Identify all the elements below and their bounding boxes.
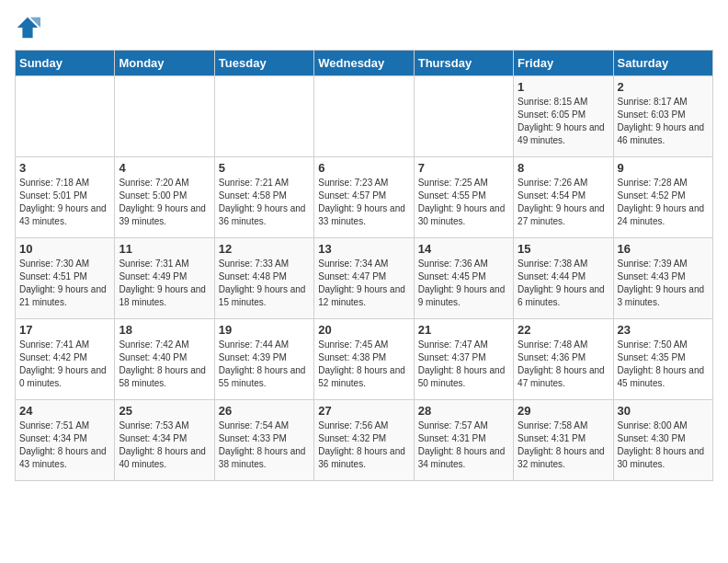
calendar-cell: 14Sunrise: 7:36 AM Sunset: 4:45 PM Dayli… xyxy=(414,238,513,319)
day-number: 19 xyxy=(219,323,310,337)
day-info: Sunrise: 7:38 AM Sunset: 4:44 PM Dayligh… xyxy=(518,258,609,309)
day-info: Sunrise: 7:58 AM Sunset: 4:31 PM Dayligh… xyxy=(518,419,609,471)
calendar-cell: 24Sunrise: 7:51 AM Sunset: 4:34 PM Dayli… xyxy=(16,400,115,481)
calendar-cell: 4Sunrise: 7:20 AM Sunset: 5:00 PM Daylig… xyxy=(115,157,214,238)
calendar-cell: 30Sunrise: 8:00 AM Sunset: 4:30 PM Dayli… xyxy=(613,400,712,481)
calendar-cell: 29Sunrise: 7:58 AM Sunset: 4:31 PM Dayli… xyxy=(514,400,613,481)
day-info: Sunrise: 7:20 AM Sunset: 5:00 PM Dayligh… xyxy=(119,177,210,228)
calendar-cell: 2Sunrise: 8:17 AM Sunset: 6:03 PM Daylig… xyxy=(613,76,712,157)
calendar-week-row: 10Sunrise: 7:30 AM Sunset: 4:51 PM Dayli… xyxy=(16,238,713,319)
calendar-cell: 3Sunrise: 7:18 AM Sunset: 5:01 PM Daylig… xyxy=(16,157,115,238)
day-info: Sunrise: 7:23 AM Sunset: 4:57 PM Dayligh… xyxy=(318,177,409,228)
calendar-cell xyxy=(314,76,414,157)
page-header xyxy=(15,15,713,40)
day-info: Sunrise: 7:31 AM Sunset: 4:49 PM Dayligh… xyxy=(119,258,210,309)
day-number: 13 xyxy=(318,242,409,256)
logo-icon xyxy=(15,15,40,40)
day-info: Sunrise: 7:44 AM Sunset: 4:39 PM Dayligh… xyxy=(219,339,310,390)
calendar-cell: 1Sunrise: 8:15 AM Sunset: 6:05 PM Daylig… xyxy=(514,76,613,157)
calendar-cell: 16Sunrise: 7:39 AM Sunset: 4:43 PM Dayli… xyxy=(613,238,712,319)
calendar-cell: 25Sunrise: 7:53 AM Sunset: 4:34 PM Dayli… xyxy=(115,400,214,481)
calendar-cell: 19Sunrise: 7:44 AM Sunset: 4:39 PM Dayli… xyxy=(214,319,313,400)
day-info: Sunrise: 7:41 AM Sunset: 4:42 PM Dayligh… xyxy=(19,339,110,390)
day-info: Sunrise: 8:00 AM Sunset: 4:30 PM Dayligh… xyxy=(618,419,709,471)
day-number: 11 xyxy=(119,242,210,256)
calendar-cell xyxy=(214,76,313,157)
day-number: 14 xyxy=(418,242,509,256)
day-number: 29 xyxy=(518,404,609,418)
day-info: Sunrise: 7:21 AM Sunset: 4:58 PM Dayligh… xyxy=(219,177,310,228)
calendar-cell: 7Sunrise: 7:25 AM Sunset: 4:55 PM Daylig… xyxy=(414,157,513,238)
day-info: Sunrise: 7:18 AM Sunset: 5:01 PM Dayligh… xyxy=(19,177,110,228)
calendar-cell: 11Sunrise: 7:31 AM Sunset: 4:49 PM Dayli… xyxy=(115,238,214,319)
day-number: 30 xyxy=(618,404,709,418)
day-info: Sunrise: 7:42 AM Sunset: 4:40 PM Dayligh… xyxy=(119,339,210,390)
calendar-header: SundayMondayTuesdayWednesdayThursdayFrid… xyxy=(16,51,713,76)
calendar-cell: 21Sunrise: 7:47 AM Sunset: 4:37 PM Dayli… xyxy=(414,319,513,400)
day-number: 9 xyxy=(618,161,709,175)
day-info: Sunrise: 7:47 AM Sunset: 4:37 PM Dayligh… xyxy=(418,339,509,390)
day-number: 16 xyxy=(618,242,709,256)
day-info: Sunrise: 7:53 AM Sunset: 4:34 PM Dayligh… xyxy=(119,419,210,471)
calendar-cell: 23Sunrise: 7:50 AM Sunset: 4:35 PM Dayli… xyxy=(613,319,712,400)
day-info: Sunrise: 7:57 AM Sunset: 4:31 PM Dayligh… xyxy=(418,419,509,471)
calendar-cell: 18Sunrise: 7:42 AM Sunset: 4:40 PM Dayli… xyxy=(115,319,214,400)
day-number: 26 xyxy=(219,404,310,418)
day-number: 20 xyxy=(318,323,409,337)
calendar-body: 1Sunrise: 8:15 AM Sunset: 6:05 PM Daylig… xyxy=(16,76,713,481)
day-info: Sunrise: 7:30 AM Sunset: 4:51 PM Dayligh… xyxy=(19,258,110,309)
calendar-cell xyxy=(115,76,214,157)
calendar-cell: 27Sunrise: 7:56 AM Sunset: 4:32 PM Dayli… xyxy=(314,400,414,481)
day-number: 1 xyxy=(518,80,609,94)
day-of-week-header: Saturday xyxy=(613,51,712,76)
day-info: Sunrise: 7:28 AM Sunset: 4:52 PM Dayligh… xyxy=(618,177,709,228)
calendar-week-row: 17Sunrise: 7:41 AM Sunset: 4:42 PM Dayli… xyxy=(16,319,713,400)
day-info: Sunrise: 7:25 AM Sunset: 4:55 PM Dayligh… xyxy=(418,177,509,228)
day-number: 28 xyxy=(418,404,509,418)
day-number: 6 xyxy=(318,161,409,175)
day-info: Sunrise: 7:39 AM Sunset: 4:43 PM Dayligh… xyxy=(618,258,709,309)
logo xyxy=(15,15,44,40)
day-number: 12 xyxy=(219,242,310,256)
day-of-week-header: Monday xyxy=(115,51,214,76)
header-row: SundayMondayTuesdayWednesdayThursdayFrid… xyxy=(16,51,713,76)
day-number: 27 xyxy=(318,404,409,418)
calendar-cell: 26Sunrise: 7:54 AM Sunset: 4:33 PM Dayli… xyxy=(214,400,313,481)
day-info: Sunrise: 7:50 AM Sunset: 4:35 PM Dayligh… xyxy=(618,339,709,390)
day-of-week-header: Thursday xyxy=(414,51,513,76)
day-of-week-header: Wednesday xyxy=(314,51,414,76)
calendar-cell: 10Sunrise: 7:30 AM Sunset: 4:51 PM Dayli… xyxy=(16,238,115,319)
day-info: Sunrise: 7:36 AM Sunset: 4:45 PM Dayligh… xyxy=(418,258,509,309)
day-info: Sunrise: 7:48 AM Sunset: 4:36 PM Dayligh… xyxy=(518,339,609,390)
calendar-cell: 20Sunrise: 7:45 AM Sunset: 4:38 PM Dayli… xyxy=(314,319,414,400)
day-info: Sunrise: 7:33 AM Sunset: 4:48 PM Dayligh… xyxy=(219,258,310,309)
day-number: 7 xyxy=(418,161,509,175)
day-info: Sunrise: 7:56 AM Sunset: 4:32 PM Dayligh… xyxy=(318,419,409,471)
day-number: 21 xyxy=(418,323,509,337)
calendar-cell: 9Sunrise: 7:28 AM Sunset: 4:52 PM Daylig… xyxy=(613,157,712,238)
calendar-cell xyxy=(16,76,115,157)
calendar-cell: 12Sunrise: 7:33 AM Sunset: 4:48 PM Dayli… xyxy=(214,238,313,319)
day-number: 8 xyxy=(518,161,609,175)
calendar-cell: 8Sunrise: 7:26 AM Sunset: 4:54 PM Daylig… xyxy=(514,157,613,238)
day-number: 15 xyxy=(518,242,609,256)
calendar-cell: 6Sunrise: 7:23 AM Sunset: 4:57 PM Daylig… xyxy=(314,157,414,238)
calendar-cell: 22Sunrise: 7:48 AM Sunset: 4:36 PM Dayli… xyxy=(514,319,613,400)
day-number: 22 xyxy=(518,323,609,337)
day-number: 25 xyxy=(119,404,210,418)
day-info: Sunrise: 8:17 AM Sunset: 6:03 PM Dayligh… xyxy=(618,96,709,147)
day-number: 4 xyxy=(119,161,210,175)
calendar-cell: 15Sunrise: 7:38 AM Sunset: 4:44 PM Dayli… xyxy=(514,238,613,319)
calendar-week-row: 3Sunrise: 7:18 AM Sunset: 5:01 PM Daylig… xyxy=(16,157,713,238)
day-info: Sunrise: 7:34 AM Sunset: 4:47 PM Dayligh… xyxy=(318,258,409,309)
day-number: 24 xyxy=(19,404,110,418)
day-number: 10 xyxy=(19,242,110,256)
day-number: 18 xyxy=(119,323,210,337)
day-number: 3 xyxy=(19,161,110,175)
calendar-cell: 13Sunrise: 7:34 AM Sunset: 4:47 PM Dayli… xyxy=(314,238,414,319)
day-info: Sunrise: 8:15 AM Sunset: 6:05 PM Dayligh… xyxy=(518,96,609,147)
calendar-cell: 28Sunrise: 7:57 AM Sunset: 4:31 PM Dayli… xyxy=(414,400,513,481)
day-of-week-header: Tuesday xyxy=(214,51,313,76)
day-of-week-header: Sunday xyxy=(16,51,115,76)
day-number: 2 xyxy=(618,80,709,94)
